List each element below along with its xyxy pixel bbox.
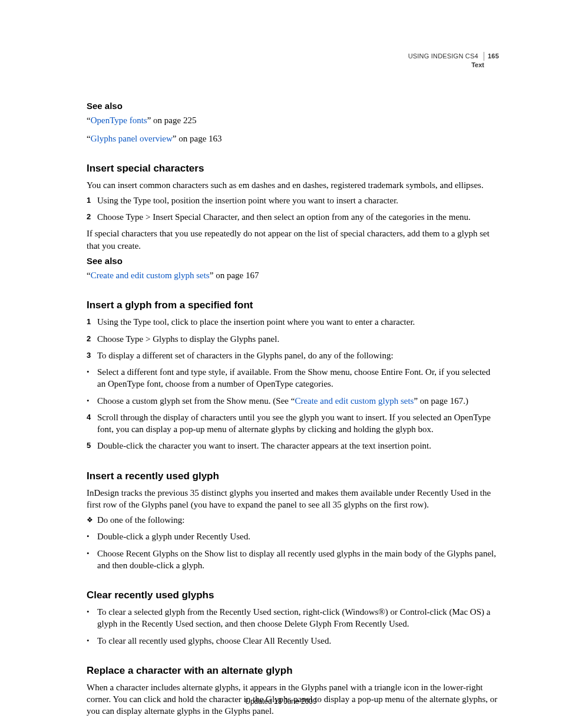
body-text: If special characters that you use repea… — [87, 228, 499, 252]
step-text: Scroll through the display of characters… — [97, 411, 499, 436]
step-number: 3 — [87, 350, 97, 361]
step-item: 1Using the Type tool, position the inser… — [87, 195, 499, 206]
bullet-text: Choose Recent Glyphs on the Show list to… — [97, 548, 499, 572]
bullet-text: Double-click a glyph under Recently Used… — [97, 531, 499, 542]
bullet-list: •To clear a selected glyph from the Rece… — [87, 606, 499, 647]
step-number: 2 — [87, 211, 97, 223]
xref-line: “OpenType fonts” on page 225 — [87, 114, 499, 126]
heading-insert-recent-glyph: Insert a recently used glyph — [87, 470, 499, 483]
numbered-steps: 1Using the Type tool, click to place the… — [87, 316, 499, 361]
list-item: •Double-click a glyph under Recently Use… — [87, 531, 499, 542]
bullet-text: Choose a custom glyph set from the Show … — [97, 395, 499, 407]
link-custom-glyph-sets[interactable]: Create and edit custom glyph sets — [91, 271, 210, 280]
body-text: You can insert common characters such as… — [87, 179, 499, 191]
bullet-icon: • — [87, 606, 97, 630]
running-header: USING INDESIGN CS4 165 Text — [408, 52, 499, 70]
bullet-text: Select a different font and type style, … — [97, 366, 499, 390]
step-item: 1Using the Type tool, click to place the… — [87, 316, 499, 328]
numbered-steps: 4Scroll through the display of character… — [87, 411, 499, 452]
link-glyphs-panel-overview[interactable]: Glyphs panel overview — [91, 134, 173, 143]
xref-line: “Create and edit custom glyph sets” on p… — [87, 269, 499, 281]
heading-replace-alternate-glyph: Replace a character with an alternate gl… — [87, 664, 499, 678]
list-item: •To clear all recently used glyphs, choo… — [87, 635, 499, 647]
bullet-icon: • — [87, 395, 97, 407]
diamond-icon: ❖ — [87, 514, 97, 526]
step-number: 4 — [87, 411, 97, 436]
see-also-heading: See also — [87, 255, 499, 267]
heading-clear-recent-glyphs: Clear recently used glyphs — [87, 589, 499, 602]
see-also-heading: See also — [87, 100, 499, 112]
page: USING INDESIGN CS4 165 Text See also “Op… — [0, 0, 562, 728]
action-list: ❖Do one of the following: — [87, 514, 499, 526]
link-custom-glyph-sets[interactable]: Create and edit custom glyph sets — [295, 396, 414, 406]
action-text: Do one of the following: — [97, 514, 499, 526]
step-number: 1 — [87, 195, 97, 206]
step-number: 5 — [87, 440, 97, 452]
body-text: InDesign tracks the previous 35 distinct… — [87, 487, 499, 511]
list-item: •To clear a selected glyph from the Rece… — [87, 606, 499, 630]
bullet-list: •Select a different font and type style,… — [87, 366, 499, 407]
step-text: Choose Type > Insert Special Character, … — [97, 211, 499, 223]
list-item: •Choose a custom glyph set from the Show… — [87, 395, 499, 407]
step-number: 2 — [87, 333, 97, 345]
page-number: 165 — [484, 52, 499, 61]
step-item: 2Choose Type > Glyphs to display the Gly… — [87, 333, 499, 345]
list-item: ❖Do one of the following: — [87, 514, 499, 526]
page-footer: Updated 18 June 2009 — [0, 697, 562, 706]
step-item: 2Choose Type > Insert Special Character,… — [87, 211, 499, 223]
step-item: 4Scroll through the display of character… — [87, 411, 499, 436]
heading-insert-special-characters: Insert special characters — [87, 162, 499, 176]
list-item: •Select a different font and type style,… — [87, 366, 499, 390]
step-text: Choose Type > Glyphs to display the Glyp… — [97, 333, 499, 345]
bullet-icon: • — [87, 548, 97, 572]
bullet-text: To clear a selected glyph from the Recen… — [97, 606, 499, 630]
step-item: 3To display a different set of character… — [87, 350, 499, 361]
numbered-steps: 1Using the Type tool, position the inser… — [87, 195, 499, 223]
step-number: 1 — [87, 316, 97, 328]
doc-title: USING INDESIGN CS4 — [408, 52, 478, 60]
bullet-list: •Double-click a glyph under Recently Use… — [87, 531, 499, 571]
bullet-icon: • — [87, 531, 97, 542]
step-text: To display a different set of characters… — [97, 350, 499, 361]
link-opentype-fonts[interactable]: OpenType fonts — [91, 116, 147, 125]
step-text: Double-click the character you want to i… — [97, 440, 499, 452]
list-item: •Choose Recent Glyphs on the Show list t… — [87, 548, 499, 572]
xref-line: “Glyphs panel overview” on page 163 — [87, 133, 499, 144]
bullet-icon: • — [87, 635, 97, 647]
step-text: Using the Type tool, position the insert… — [97, 195, 499, 206]
bullet-text: To clear all recently used glyphs, choos… — [97, 635, 499, 647]
step-text: Using the Type tool, click to place the … — [97, 316, 499, 328]
page-content: See also “OpenType fonts” on page 225 “G… — [87, 52, 499, 717]
chapter-name: Text — [408, 61, 499, 70]
bullet-icon: • — [87, 366, 97, 390]
heading-insert-glyph-font: Insert a glyph from a specified font — [87, 299, 499, 312]
step-item: 5Double-click the character you want to … — [87, 440, 499, 452]
